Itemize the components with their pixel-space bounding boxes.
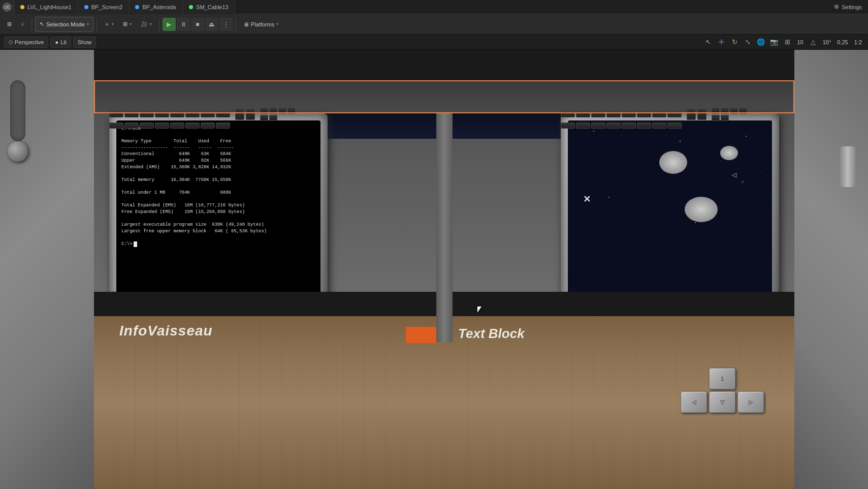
camera-btn[interactable]: 🎥 ▾ bbox=[137, 17, 156, 32]
monitor-screen-right: ✕ ◁ ○ bbox=[568, 120, 772, 294]
separator-4 bbox=[236, 18, 236, 30]
numkey-spacer bbox=[681, 368, 707, 389]
translate-icon[interactable]: ✛ bbox=[716, 37, 727, 48]
key bbox=[730, 108, 738, 114]
key bbox=[667, 123, 682, 129]
add-actor-btn[interactable]: ＋ ▾ bbox=[100, 17, 118, 32]
tab-dot-bp-asteroids bbox=[135, 5, 139, 9]
key bbox=[637, 111, 651, 117]
rotate-icon[interactable]: ↻ bbox=[729, 37, 740, 48]
game-star bbox=[730, 242, 731, 243]
angle-value: 10° bbox=[821, 39, 833, 45]
separator-1 bbox=[31, 18, 32, 30]
viewport[interactable]: C:\>mem Memory Type Total Used Free ----… bbox=[0, 50, 868, 489]
tab-lvl-lighthouse[interactable]: LVL_LightHouse1 bbox=[14, 0, 78, 14]
settings-button[interactable]: ⚙ Settings bbox=[828, 4, 868, 10]
orange-indicator bbox=[406, 327, 436, 343]
content-browser-btn[interactable]: ⊞ bbox=[3, 17, 16, 32]
game-star bbox=[629, 151, 629, 151]
tab-sm-cable13[interactable]: SM_Cable13 bbox=[183, 0, 235, 14]
source-control-icon: ⑂ bbox=[21, 21, 24, 27]
play-button[interactable]: ▶ bbox=[163, 18, 176, 31]
scale-icon[interactable]: ⤡ bbox=[742, 37, 753, 48]
numkey-down[interactable]: ▽ bbox=[709, 391, 735, 413]
lit-button[interactable]: ● Lit bbox=[50, 37, 71, 48]
game-star bbox=[680, 141, 681, 142]
game-star bbox=[695, 222, 696, 223]
app-logo: UE bbox=[3, 3, 12, 12]
key bbox=[185, 111, 200, 117]
grid-icon[interactable]: ⊞ bbox=[782, 37, 793, 48]
key-cluster-left bbox=[235, 109, 255, 120]
separator-2 bbox=[97, 18, 97, 30]
tab-dot-sm-cable bbox=[189, 5, 193, 9]
asteroid-1 bbox=[659, 151, 687, 174]
selection-mode-button[interactable]: ↖ Selection Mode ▾ bbox=[35, 17, 93, 32]
perspective-button[interactable]: ◇ Perspective bbox=[4, 37, 48, 48]
show-button[interactable]: Show bbox=[73, 37, 97, 48]
separator-3 bbox=[159, 18, 159, 30]
stop-button[interactable]: ■ bbox=[191, 18, 204, 31]
tab-bp-screen2[interactable]: BP_Screen2 bbox=[78, 0, 130, 14]
info-vaisseau-label: InfoVaisseau bbox=[119, 323, 213, 339]
key bbox=[576, 123, 590, 129]
key bbox=[697, 109, 706, 120]
key bbox=[622, 123, 636, 129]
pause-button[interactable]: ⏸ bbox=[177, 18, 190, 31]
tab-label-sm-cable: SM_Cable13 bbox=[196, 4, 229, 10]
key bbox=[606, 123, 621, 129]
cursor-mode-icon[interactable]: ↖ bbox=[702, 37, 714, 48]
skip-button[interactable]: ⋮ bbox=[219, 18, 233, 31]
angle-icon[interactable]: △ bbox=[808, 37, 819, 48]
numpad-keys: 1 ◁ ▽ ▷ bbox=[681, 368, 764, 413]
snap-icon: ⊞ bbox=[123, 21, 127, 27]
key bbox=[140, 111, 154, 117]
numkey-1[interactable]: 1 bbox=[709, 368, 735, 389]
key bbox=[287, 108, 296, 114]
x-marker: ✕ bbox=[583, 194, 591, 205]
left-wall-detail bbox=[10, 80, 25, 141]
tab-bp-asteroids[interactable]: BP_Asteroids bbox=[129, 0, 183, 14]
key bbox=[140, 123, 154, 129]
key bbox=[269, 108, 277, 114]
numkey-left[interactable]: ◁ bbox=[681, 391, 707, 413]
key-row-right-2 bbox=[561, 123, 779, 129]
eject-button[interactable]: ⏏ bbox=[205, 18, 218, 31]
monitor-right: ✕ ◁ ○ bbox=[561, 113, 779, 301]
key bbox=[721, 108, 729, 114]
ship-detail: ○ bbox=[741, 179, 744, 185]
keyboard-left bbox=[109, 108, 328, 136]
app-icon[interactable]: UE bbox=[0, 0, 14, 14]
source-control-btn[interactable]: ⑂ bbox=[17, 17, 28, 32]
show-label: Show bbox=[78, 39, 92, 45]
platforms-button[interactable]: 🖥 Platforms ▾ bbox=[239, 17, 282, 32]
tab-label-bp-screen: BP_Screen2 bbox=[91, 4, 123, 10]
chevron-down-icon-5: ▾ bbox=[276, 22, 278, 26]
key bbox=[124, 123, 139, 129]
key bbox=[637, 123, 651, 129]
numkey-right[interactable]: ▷ bbox=[737, 391, 764, 413]
viewport-header: ◇ Perspective ● Lit Show ↖ ✛ ↻ ⤡ 🌐 📷 ⊞ 1… bbox=[0, 35, 868, 50]
key bbox=[124, 111, 139, 117]
add-icon: ＋ bbox=[104, 20, 110, 28]
key-row-right-1 bbox=[561, 108, 779, 121]
key bbox=[201, 111, 215, 117]
right-wall-panel bbox=[794, 50, 868, 489]
key bbox=[667, 111, 682, 117]
camera-icon: 🎥 bbox=[141, 21, 148, 27]
left-wall-knob bbox=[8, 141, 28, 162]
key bbox=[622, 111, 636, 117]
tab-label-lvl: LVL_LightHouse1 bbox=[27, 4, 72, 10]
key bbox=[712, 115, 720, 121]
key bbox=[576, 111, 590, 117]
platforms-label: Platforms bbox=[251, 21, 274, 27]
perspective-label: Perspective bbox=[15, 39, 44, 45]
world-icon[interactable]: 🌐 bbox=[755, 37, 766, 48]
chevron-down-icon-4: ▾ bbox=[150, 22, 152, 26]
key-numpad-right bbox=[712, 108, 747, 121]
key bbox=[201, 123, 215, 129]
key bbox=[712, 108, 720, 114]
key-row-2 bbox=[109, 123, 328, 129]
snap-btn[interactable]: ⊞ ▾ bbox=[119, 17, 136, 32]
camera-mode-icon[interactable]: 📷 bbox=[768, 37, 780, 48]
